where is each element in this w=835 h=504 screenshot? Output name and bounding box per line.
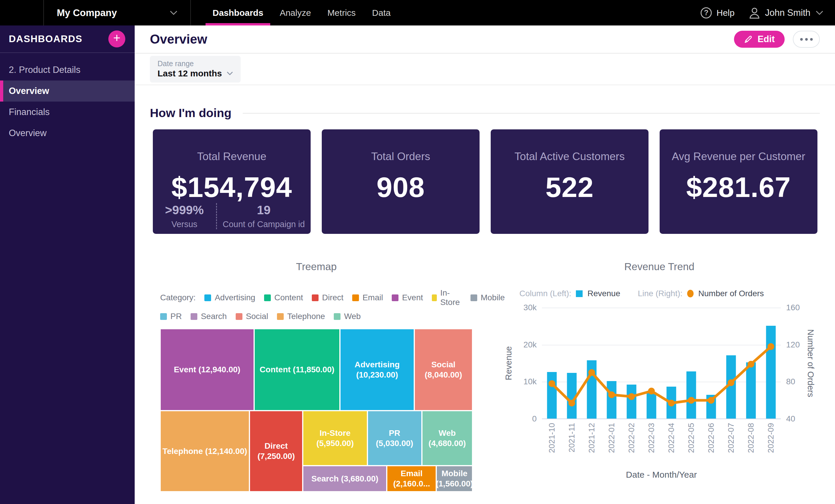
sidebar-item-overview[interactable]: Overview: [0, 81, 135, 102]
treemap-tile-direct[interactable]: Direct (7,250.00): [249, 411, 303, 492]
bar-slot: [721, 308, 741, 419]
add-dashboard-button[interactable]: +: [108, 30, 125, 47]
treemap-tile-content[interactable]: Content (11,850.00): [254, 329, 340, 411]
x-slot: 2021-10: [542, 423, 562, 467]
trend-legend-prefix: Line (Right):: [638, 289, 683, 298]
tab-metrics[interactable]: Metrics: [319, 0, 364, 25]
legend-item-advertising[interactable]: Advertising: [204, 293, 255, 302]
revenue-trend-widget: Revenue Trend Column (Left):RevenueLine …: [502, 261, 817, 492]
sidebar: DASHBOARDS + 2. Product DetailsOverviewF…: [0, 25, 135, 504]
treemap-tile-label: In-Store (5,950.00): [305, 428, 365, 448]
bar-2022-05[interactable]: [687, 372, 696, 419]
sidebar-item-label: Overview: [9, 86, 49, 96]
x-tick-label: 2022-04: [667, 423, 676, 453]
treemap-tile-in-store[interactable]: In-Store (5,950.00): [303, 411, 367, 466]
dashboard-list: 2. Product DetailsOverviewFinancialsOver…: [0, 53, 135, 144]
left-tick-label: 10k: [524, 377, 537, 386]
kpi-value: 522: [546, 171, 594, 204]
right-axis-title: Number of Orders: [804, 308, 817, 419]
sidebar-item-2-product-details[interactable]: 2. Product Details: [0, 59, 135, 81]
bar-2022-04[interactable]: [667, 386, 676, 419]
workspace-selector[interactable]: My Company: [44, 0, 191, 25]
tab-data[interactable]: Data: [364, 0, 399, 25]
treemap-tile-event[interactable]: Event (12,940.00): [160, 329, 254, 411]
treemap-tile-advertising[interactable]: Advertising (10,230.00): [340, 329, 414, 411]
treemap-tile-search[interactable]: Search (3,680.00): [303, 466, 387, 492]
legend-item-content[interactable]: Content: [264, 293, 303, 302]
bar-2022-06[interactable]: [707, 395, 716, 419]
bar-slot: [681, 308, 701, 419]
treemap-legend: Category:AdvertisingContentDirectEmailEv…: [160, 288, 472, 321]
x-tick-label: 2021-12: [587, 423, 596, 453]
kpi-versus-block: >999%Versus: [153, 203, 216, 229]
filter-bar: Date range Last 12 months: [135, 54, 835, 85]
legend-item-mobile[interactable]: Mobile: [470, 293, 505, 302]
date-range-filter[interactable]: Date range Last 12 months: [150, 56, 241, 83]
legend-swatch: [204, 294, 211, 301]
sidebar-item-financials[interactable]: Financials: [0, 102, 135, 123]
more-options-button[interactable]: [793, 31, 820, 48]
kpi-row: Total Revenue$154,794>999%Versus19Count …: [153, 129, 817, 234]
legend-item-social[interactable]: Social: [236, 312, 268, 321]
kpi-title: Total Active Customers: [514, 150, 625, 163]
x-slot: 2022-01: [602, 423, 622, 467]
bar-2021-12[interactable]: [587, 360, 597, 419]
edit-button[interactable]: Edit: [734, 31, 785, 48]
dashboard-content: How I'm doing Total Revenue$154,794>999%…: [135, 106, 835, 492]
legend-label: Content: [274, 293, 303, 302]
bar-2021-11[interactable]: [567, 373, 577, 419]
legend-label: Web: [344, 312, 361, 321]
edit-label: Edit: [757, 34, 775, 44]
kpi-title: Avg Revenue per Customer: [672, 150, 806, 163]
legend-item-in-store[interactable]: In-Store: [432, 288, 462, 307]
tab-dashboards[interactable]: Dashboards: [204, 0, 271, 25]
treemap-tile-mobile[interactable]: Mobile (1,560.00): [436, 466, 472, 492]
bar-2022-07[interactable]: [726, 355, 736, 419]
legend-swatch: [277, 313, 284, 320]
legend-item-web[interactable]: Web: [334, 312, 361, 321]
legend-item-email[interactable]: Email: [352, 293, 383, 302]
legend-swatch: [334, 313, 341, 320]
treemap-tile-web[interactable]: Web (4,680.00): [422, 411, 472, 466]
legend-item-direct[interactable]: Direct: [312, 293, 343, 302]
legend-swatch: [160, 313, 167, 320]
treemap-tile-email[interactable]: Email (2,160.0...: [387, 466, 436, 492]
trend-legend-item-number-of-orders[interactable]: Line (Right):Number of Orders: [638, 289, 764, 298]
left-tick-label: 20k: [524, 340, 537, 350]
legend-label: Search: [201, 312, 227, 321]
treemap-tile-label: Email (2,160.0...: [389, 468, 434, 489]
legend-label: Social: [246, 312, 268, 321]
treemap-tile-social[interactable]: Social (8,040.00): [414, 329, 472, 411]
bar-2022-09[interactable]: [766, 326, 776, 419]
bar-2022-01[interactable]: [607, 381, 616, 419]
x-tick-label: 2022-01: [607, 423, 616, 453]
user-menu[interactable]: John Smith: [744, 0, 835, 25]
help-button[interactable]: ? Help: [692, 0, 744, 25]
kpi-value: $281.67: [686, 171, 791, 204]
trend-legend-item-revenue[interactable]: Column (Left):Revenue: [520, 289, 620, 298]
left-axis-ticks: 010k20k30k: [515, 308, 542, 419]
page-header: Overview Edit: [135, 25, 835, 54]
legend-swatch: [312, 294, 319, 301]
bar-2022-08[interactable]: [746, 362, 756, 419]
tab-analyze[interactable]: Analyze: [271, 0, 319, 25]
x-axis-labels: 2021-102021-112021-122022-012022-022022-…: [542, 423, 781, 467]
bar-2022-02[interactable]: [627, 384, 636, 419]
treemap-tile-label: Web (4,680.00): [424, 428, 470, 448]
kpi-card: Avg Revenue per Customer$281.67: [659, 129, 817, 234]
bar-2021-10[interactable]: [547, 372, 557, 419]
treemap-tile-telephone[interactable]: Telephone (12,140.00): [160, 411, 249, 492]
legend-square-swatch: [576, 290, 583, 297]
legend-item-telephone[interactable]: Telephone: [277, 312, 325, 321]
treemap-tile-label: Telephone (12,140.00): [162, 446, 247, 456]
legend-item-pr[interactable]: PR: [160, 312, 182, 321]
sidebar-item-overview[interactable]: Overview: [0, 123, 135, 144]
legend-item-search[interactable]: Search: [190, 312, 227, 321]
bar-2022-03[interactable]: [647, 392, 656, 419]
bar-slot: [562, 308, 582, 419]
treemap-tile-pr[interactable]: PR (5,030.00): [367, 411, 422, 466]
chevron-down-icon: [170, 10, 178, 15]
treemap-legend-row: PRSearchSocialTelephoneWeb: [160, 312, 472, 321]
legend-item-event[interactable]: Event: [392, 293, 423, 302]
x-slot: 2022-08: [741, 423, 761, 467]
